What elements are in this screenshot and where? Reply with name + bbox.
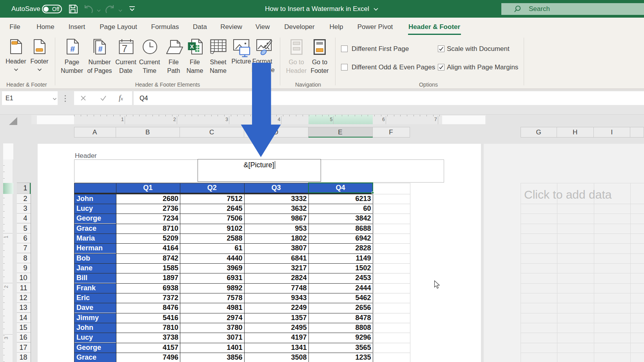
svg-text:7: 7 xyxy=(122,43,127,54)
svg-text:#: # xyxy=(70,44,75,53)
svg-text:#: # xyxy=(98,45,102,53)
svg-text:X: X xyxy=(190,43,194,50)
